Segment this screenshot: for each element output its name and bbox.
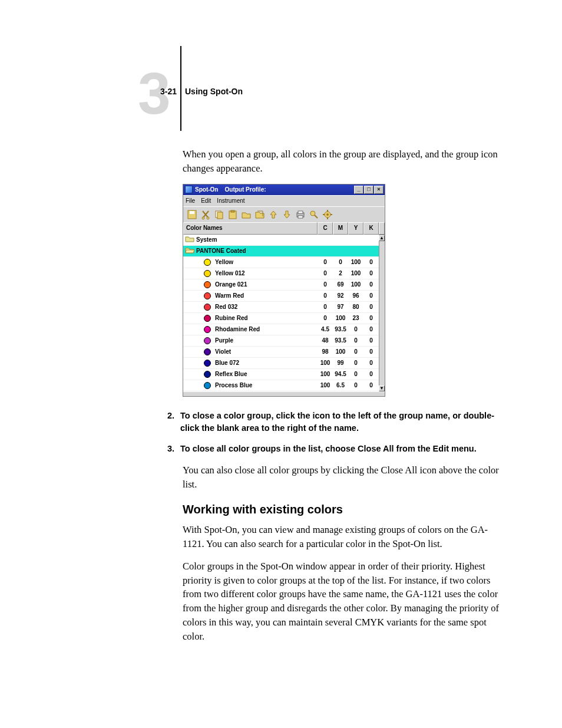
up-icon[interactable] — [268, 209, 279, 220]
cut-icon[interactable] — [200, 209, 211, 220]
group-pantone-coated[interactable]: PANTONE Coated — [183, 246, 379, 257]
copy-icon[interactable] — [214, 209, 224, 220]
header-color-names[interactable]: Color Names — [183, 222, 318, 235]
val-c: 48 — [318, 337, 333, 345]
down-icon[interactable] — [282, 209, 292, 220]
color-swatch-icon — [204, 315, 211, 322]
svg-rect-1 — [190, 211, 194, 214]
para-a: With Spot-On, you can view and manage ex… — [183, 523, 509, 551]
page-number: 3-21 — [160, 87, 177, 96]
val-m: 6.5 — [333, 381, 348, 390]
save-icon[interactable] — [187, 209, 197, 220]
menu-file[interactable]: File — [186, 197, 195, 206]
list-header: Color Names C M Y K — [183, 222, 385, 235]
scrollbar[interactable]: ▲ ▼ — [379, 235, 385, 391]
val-k: 0 — [363, 303, 379, 312]
val-m: 99 — [333, 359, 348, 368]
color-swatch-icon — [204, 281, 211, 288]
running-head: Using Spot-On — [185, 87, 243, 96]
app-icon — [185, 186, 193, 193]
val-c: 0 — [318, 281, 333, 289]
svg-rect-9 — [298, 211, 303, 213]
color-row[interactable]: Violet9810000 — [183, 347, 379, 358]
maximize-button[interactable]: □ — [364, 186, 373, 194]
group-system[interactable]: System — [183, 235, 379, 246]
color-row[interactable]: Process Blue1006.500 — [183, 380, 379, 391]
val-m: 92 — [333, 292, 348, 301]
color-swatch-icon — [204, 371, 211, 378]
header-k[interactable]: K — [363, 222, 379, 235]
print-icon[interactable] — [295, 209, 306, 220]
val-k: 0 — [363, 292, 379, 301]
minimize-button[interactable]: _ — [354, 186, 363, 194]
titlebar[interactable]: Spot-On Output Profile: _ □ × — [183, 185, 385, 195]
color-swatch-icon — [204, 348, 211, 355]
color-name: Purple — [214, 337, 318, 345]
val-k: 0 — [363, 359, 379, 368]
val-y: 100 — [348, 281, 363, 289]
color-swatch-icon — [204, 337, 211, 344]
color-swatch-icon — [204, 270, 211, 277]
val-y: 23 — [348, 314, 363, 323]
val-c: 0 — [318, 258, 333, 267]
header-m[interactable]: M — [333, 222, 348, 235]
val-y: 0 — [348, 348, 363, 357]
group-closed-icon[interactable] — [183, 235, 196, 245]
svg-point-11 — [310, 211, 315, 216]
color-row[interactable]: Warm Red092960 — [183, 291, 379, 302]
color-row[interactable]: Rubine Red0100230 — [183, 313, 379, 324]
val-y: 100 — [348, 269, 363, 278]
val-c: 0 — [318, 269, 333, 278]
step2-num: 2. — [165, 410, 174, 434]
color-name: Yellow 012 — [214, 269, 318, 278]
svg-point-3 — [207, 217, 209, 219]
window-title: Spot-On Output Profile: — [195, 186, 353, 195]
color-row[interactable]: Yellow 012021000 — [183, 268, 379, 279]
statusbar — [183, 391, 385, 396]
paste-icon[interactable] — [227, 209, 238, 220]
val-m: 0 — [333, 258, 348, 267]
step3-num: 3. — [165, 443, 174, 455]
color-row[interactable]: Purple4893.500 — [183, 335, 379, 347]
val-k: 0 — [363, 337, 379, 345]
svg-rect-7 — [231, 210, 234, 212]
color-swatch-icon — [204, 382, 211, 389]
color-row[interactable]: Red 032097800 — [183, 302, 379, 313]
val-k: 0 — [363, 348, 379, 357]
color-list[interactable]: System PANTONE Coated Yellow001000Yellow… — [183, 235, 379, 391]
val-y: 96 — [348, 292, 363, 301]
color-row[interactable]: Reflex Blue10094.500 — [183, 369, 379, 380]
val-m: 94.5 — [333, 370, 348, 379]
settings-icon[interactable] — [322, 209, 333, 220]
color-swatch-icon — [204, 259, 211, 266]
val-y: 0 — [348, 381, 363, 390]
val-c: 0 — [318, 292, 333, 301]
close-all-icon[interactable] — [254, 209, 265, 220]
group-open-icon[interactable] — [183, 246, 196, 256]
val-m: 97 — [333, 303, 348, 312]
open-icon[interactable] — [241, 209, 252, 220]
val-k: 0 — [363, 258, 379, 267]
svg-point-14 — [326, 213, 329, 216]
menu-edit[interactable]: Edit — [201, 197, 211, 206]
color-row[interactable]: Blue 0721009900 — [183, 358, 379, 369]
color-row[interactable]: Orange 0210691000 — [183, 279, 379, 291]
val-c: 0 — [318, 314, 333, 323]
color-name: Yellow — [214, 258, 318, 267]
val-k: 0 — [363, 381, 379, 390]
header-y[interactable]: Y — [348, 222, 363, 235]
svg-rect-5 — [217, 212, 223, 219]
svg-rect-10 — [298, 216, 303, 218]
scroll-down-icon[interactable]: ▼ — [379, 386, 385, 391]
header-c[interactable]: C — [318, 222, 333, 235]
scroll-up-icon[interactable]: ▲ — [379, 235, 385, 241]
svg-point-2 — [202, 217, 204, 219]
find-icon[interactable] — [309, 209, 319, 220]
color-row[interactable]: Yellow001000 — [183, 257, 379, 268]
color-name: Process Blue — [214, 381, 318, 390]
menu-instrument[interactable]: Instrument — [217, 197, 244, 206]
section-heading: Working with existing colors — [183, 501, 509, 518]
color-row[interactable]: Rhodamine Red4.593.500 — [183, 324, 379, 335]
close-button[interactable]: × — [374, 186, 384, 194]
val-m: 2 — [333, 269, 348, 278]
